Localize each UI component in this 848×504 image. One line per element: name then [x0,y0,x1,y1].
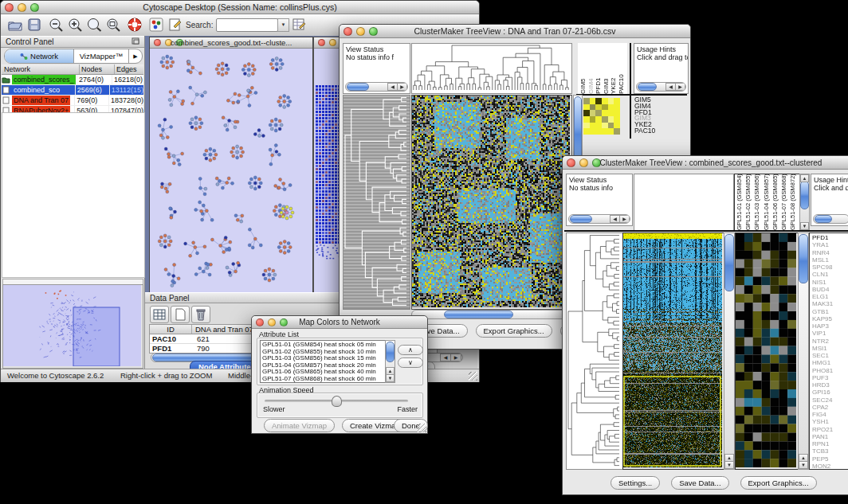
gene-label[interactable]: PAN1 [812,433,848,440]
gene-label[interactable]: HAP3 [812,322,848,330]
scrollbar-thumb[interactable] [570,215,592,223]
matrix-cell[interactable] [590,123,596,129]
move-up-button[interactable]: ∧ [398,345,423,355]
tv2-column-label[interactable]: GPL51-06 (GSM865) [771,174,780,230]
row-dendrogram[interactable] [343,95,410,310]
matrix-cell[interactable] [608,98,614,104]
matrix-cell[interactable] [590,128,596,135]
data-col-id[interactable]: ID [150,325,192,334]
gene-label[interactable]: ELG1 [812,293,848,300]
row-dendrogram[interactable] [566,232,623,470]
scrollbar-thumb[interactable] [386,342,395,362]
gene-label[interactable]: SEC24 [812,397,848,404]
matrix-cell[interactable] [602,123,608,129]
gene-label[interactable]: MSI1 [812,345,848,352]
vizmapper-icon[interactable] [149,18,163,32]
view-status-scrollbar[interactable]: ◀ ▶ [345,82,408,92]
speed-slider-thumb[interactable] [332,396,342,407]
tv1-column-label[interactable]: GIM3 [603,43,610,94]
matrix-cell[interactable] [602,110,608,116]
main-titlebar[interactable]: Cytoscape Desktop (Session Name: collins… [1,1,479,14]
matrix-cell[interactable] [595,104,602,111]
gene-label[interactable]: TCB3 [812,447,848,455]
scroll-left-icon[interactable]: ◀ [440,354,451,361]
matrix-cell[interactable] [595,116,602,123]
tv1-column-label[interactable]: PFD1 [595,43,603,94]
usage-hints-scrollbar[interactable]: ◀ ▶ [636,82,686,92]
gene-label[interactable]: MSL1 [812,256,848,264]
col-header-nodes[interactable]: Nodes [80,64,115,74]
scroll-right-icon[interactable]: ▶ [397,83,407,91]
attribute-item[interactable]: GPL51-07 (GSM868) heat shock 60 min [261,376,395,383]
zoom-out-icon[interactable] [49,18,65,33]
network-row[interactable]: DNA and Tran 07769(0)183728(0) [2,96,143,106]
gene-label[interactable]: BUD4 [812,286,848,293]
gene-label[interactable]: SPC98 [812,264,848,271]
annotation-icon[interactable] [168,18,183,32]
select-attributes-button[interactable] [150,306,169,323]
gene-label[interactable]: CLN1 [812,271,848,278]
gene-label[interactable]: CPA2 [812,404,848,411]
scrollbar-thumb[interactable] [799,234,808,283]
tv2-zoom-vscrollbar[interactable]: ▲ ▼ [798,232,809,470]
matrix-cell[interactable] [590,116,596,123]
scrollbar-thumb[interactable] [800,181,809,209]
matrix-cell[interactable] [602,116,608,123]
matrix-cell[interactable] [583,116,590,123]
scrollbar-thumb[interactable] [638,83,657,91]
attribute-editor-icon[interactable] [292,18,307,32]
gene-label[interactable]: NTR2 [812,338,848,345]
tv2-column-label[interactable]: GPL51-02 (GSM855) [744,174,753,230]
matrix-cell[interactable] [583,110,590,116]
help-icon[interactable] [127,17,143,33]
treeview1-titlebar[interactable]: ClusterMaker TreeView : DNA and Tran 07-… [340,25,690,38]
gene-label[interactable]: NIS1 [812,279,848,286]
attribute-list[interactable]: GPL51-01 (GSM854) heat shock 05 minGPL51… [260,340,395,383]
matrix-cell[interactable] [595,128,602,135]
gene-label[interactable]: GTB1 [812,308,848,315]
float-panel-icon[interactable] [132,37,140,45]
tv2-column-label[interactable]: GPL51-04 (GSM857) [763,174,771,230]
scrollbar-thumb[interactable] [815,215,832,223]
gene-label[interactable]: HMG1 [812,359,848,366]
matrix-cell[interactable] [614,104,620,111]
resize-grip[interactable] [469,372,477,381]
tv2-column-label[interactable]: GPL51-08 (GSM872) [789,174,798,230]
tab-vizmapper[interactable]: VizMapper™ [74,49,129,63]
gene-label[interactable]: YRA1 [812,241,848,248]
delete-attribute-button[interactable] [191,306,210,323]
gene-label[interactable]: VIP1 [812,330,848,337]
tv2-global-heatmap[interactable] [622,232,724,470]
gene-label[interactable]: RPN1 [812,440,848,447]
network-row[interactable]: combined_sco2569(6)13112(15) [2,85,143,96]
export-graphics-button[interactable]: Export Graphics... [476,324,552,338]
close-icon[interactable] [318,39,325,46]
gene-label[interactable]: SEC1 [812,352,848,359]
matrix-cell[interactable] [583,104,590,111]
matrix-cell[interactable] [595,98,602,104]
network-overview[interactable] [2,284,143,369]
open-session-icon[interactable] [7,18,23,32]
scroll-down-icon[interactable]: ▼ [724,461,734,469]
scroll-down-icon[interactable]: ▼ [799,461,808,469]
tv2-collabel-scrollbar[interactable]: ▲ ▼ [799,174,810,231]
scroll-down-icon[interactable]: ▼ [800,222,809,230]
matrix-cell[interactable] [614,128,620,135]
gene-label[interactable]: RPO21 [812,426,848,433]
col-header-network[interactable]: Network [2,64,80,74]
attribute-list-scrollbar[interactable]: ▲ ▼ [385,340,395,383]
matrix-cell[interactable] [595,110,602,116]
gene-label[interactable]: YSH1 [812,418,848,425]
matrix-cell[interactable] [614,123,620,129]
matrix-cell[interactable] [590,98,596,104]
dialog-titlebar[interactable]: Map Colors to Network [252,316,427,329]
matrix-cell[interactable] [602,98,608,104]
tv2-zoom-heatmap[interactable] [735,232,799,470]
tv1-column-label[interactable]: PAC10 [618,43,626,94]
matrix-cell[interactable] [583,128,590,135]
matrix-cell[interactable] [608,128,614,135]
matrix-cell[interactable] [608,123,614,129]
matrix-cell[interactable] [602,104,608,111]
tv2-global-vscrollbar[interactable]: ▲ ▼ [724,232,735,470]
zoom-fit-icon[interactable] [87,18,103,33]
